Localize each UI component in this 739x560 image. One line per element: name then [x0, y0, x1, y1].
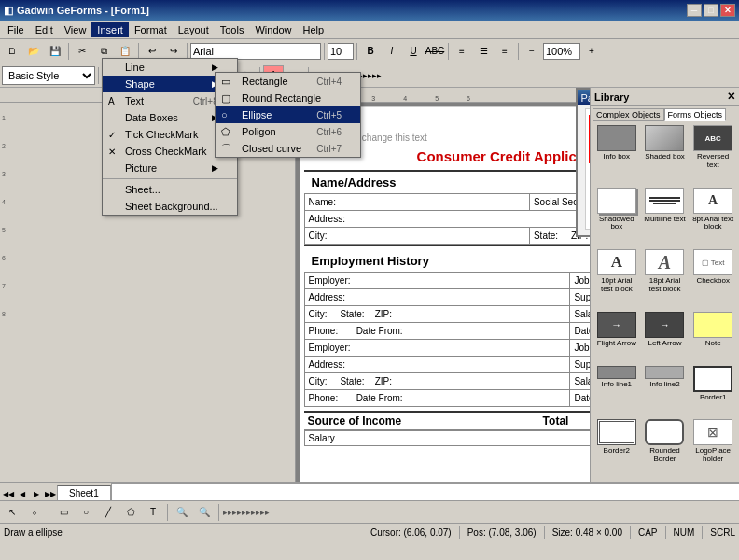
bt-circle[interactable]: ○ [76, 502, 96, 523]
lib-multiline-text-label: Multiline text [644, 216, 685, 224]
style-dropdown[interactable]: Basic Style [2, 66, 95, 85]
phone1: Phone: Date From: [304, 323, 570, 340]
new-btn[interactable]: 🗋 [2, 41, 22, 62]
insert-sheet[interactable]: Sheet... [103, 181, 237, 198]
bt-poly[interactable]: ⬠ [120, 502, 141, 523]
window-close-btn[interactable]: ✕ [720, 4, 735, 17]
sep3 [187, 43, 188, 60]
zoom-in-btn[interactable]: + [581, 41, 602, 62]
sheet-last-btn[interactable]: ▶▶ [44, 487, 57, 500]
menu-file[interactable]: File [2, 22, 30, 37]
lib-info-line1[interactable]: Info line1 [594, 366, 639, 416]
lib-flight-arrow[interactable]: → Flight Arrow [594, 312, 639, 362]
lib-border1-icon [693, 366, 732, 392]
tab-complex-objects[interactable]: Complex Objects [593, 108, 664, 121]
underline-btn[interactable]: U [403, 41, 424, 62]
ellipse-icon: ○ [221, 109, 228, 120]
align-right-btn[interactable]: ≡ [495, 41, 515, 62]
menu-view[interactable]: View [59, 22, 92, 37]
polygon-icon: ⬠ [221, 126, 230, 138]
menu-window[interactable]: Window [249, 22, 297, 37]
lib-info-box[interactable]: Info box [594, 125, 639, 184]
lib-rounded-border[interactable]: Rounded Border [643, 419, 688, 478]
income-row: Salary Loans [304, 430, 591, 446]
lib-10pt-arial[interactable]: A 10pt Arial test block [594, 249, 639, 308]
address-label: Address: [304, 211, 590, 228]
menu-tools[interactable]: Tools [215, 22, 250, 37]
shape-ellipse[interactable]: ○ Ellipse Ctrl+5 [216, 106, 360, 123]
pan-zoom-title-bar[interactable]: Pan & Zoom ✕ [578, 90, 591, 105]
bottom-toolbar: ↖ ⬦ ▭ ○ ╱ ⬠ T 🔍 🔍 ▸▸▸▸▸▸▸▸▸▸ [0, 500, 739, 523]
strikethrough-btn[interactable]: ABC [425, 41, 445, 62]
bt-select[interactable]: ↖ [2, 502, 22, 523]
insert-sheet-bg[interactable]: Sheet Background... [103, 198, 237, 215]
menu-insert[interactable]: Insert [91, 22, 129, 37]
lib-shadowed-box[interactable]: Shadowed box [594, 188, 639, 246]
pan-zoom-window[interactable]: Pan & Zoom ✕ [576, 88, 591, 237]
lib-border1[interactable]: Border1 [690, 366, 735, 416]
status-sep5 [702, 526, 703, 539]
title-bar: ◧ Gadwin GeForms - [Form1] ─ □ ✕ [0, 0, 739, 21]
cut-btn[interactable]: ✂ [72, 41, 92, 62]
insert-line-label: Line [125, 62, 145, 73]
open-btn[interactable]: 📂 [23, 41, 44, 62]
lib-logo-place[interactable]: ⊠ LogoPlace holder [690, 419, 735, 478]
lib-8pt-arial[interactable]: A 8pt Arial text block [690, 188, 735, 246]
lib-18pt-arial[interactable]: A 18pt Arial test block [643, 249, 688, 308]
shape-closed-curve[interactable]: ⌒ Closed curve Ctrl+7 [216, 140, 360, 157]
shape-round-rect[interactable]: ▢ Round Rectangle [216, 90, 360, 106]
pan-zoom-title-text: Pan & Zoom [581, 92, 591, 104]
insert-sheet-bg-label: Sheet Background... [125, 201, 218, 212]
lib-border2[interactable]: Border2 [594, 419, 639, 478]
font-input[interactable] [190, 43, 321, 60]
menu-help[interactable]: Help [298, 22, 330, 37]
bt-zoom[interactable]: 🔍 [172, 502, 192, 523]
ellipse-shortcut: Ctrl+5 [316, 110, 342, 120]
sep5 [356, 43, 357, 60]
align-left-btn[interactable]: ≡ [452, 41, 472, 62]
shape-polygon[interactable]: ⬠ Poligon Ctrl+6 [216, 123, 360, 140]
lib-checkbox[interactable]: ▢ Text Checkbox [690, 249, 735, 308]
insert-picture[interactable]: Picture ▶ [103, 160, 237, 176]
align-center-btn[interactable]: ☰ [473, 41, 494, 62]
bt-node[interactable]: ⬦ [24, 502, 45, 523]
library-pin[interactable]: ✕ [727, 91, 735, 103]
menu-format[interactable]: Format [129, 22, 173, 37]
bt-line[interactable]: ╱ [98, 502, 119, 523]
job-title2: Job Title: [570, 340, 590, 357]
lib-left-arrow[interactable]: → Left Arrow [643, 312, 688, 362]
save-btn[interactable]: 💾 [45, 41, 65, 62]
sheet-first-btn[interactable]: ◀◀ [2, 487, 15, 500]
window-minimize-btn[interactable]: ─ [687, 4, 702, 17]
sep8 [98, 67, 99, 84]
italic-btn[interactable]: I [382, 41, 402, 62]
rectangle-icon: ▭ [221, 76, 230, 88]
salary1: Salary: [570, 306, 590, 323]
shape-ellipse-label: Ellipse [242, 109, 272, 120]
lib-shaded-box-label: Shaded box [645, 153, 685, 161]
bt-rect[interactable]: ▭ [53, 502, 74, 523]
zoom-input[interactable] [543, 43, 580, 60]
lib-multiline-text[interactable]: Multiline text [643, 188, 688, 246]
lib-reversed-text[interactable]: ABC Reversed text [690, 125, 735, 184]
font-size-input[interactable] [328, 43, 354, 60]
sheet-next-btn[interactable]: ▶ [30, 487, 43, 500]
bold-btn[interactable]: B [360, 41, 381, 62]
tab-forms-objects[interactable]: Forms Objects [664, 108, 727, 121]
lib-reversed-text-icon: ABC [693, 125, 732, 151]
bt-zoom2[interactable]: 🔍 [194, 502, 215, 523]
zoom-out-btn[interactable]: − [522, 41, 542, 62]
sheet-tab-1[interactable]: Sheet1 [57, 485, 111, 500]
menu-layout[interactable]: Layout [173, 22, 215, 37]
phone2: Phone: Date From: [304, 390, 570, 407]
menu-edit[interactable]: Edit [30, 22, 59, 37]
lib-note[interactable]: Note [690, 312, 735, 362]
sep7 [518, 43, 519, 60]
lib-shaded-box[interactable]: Shaded box [643, 125, 688, 184]
title-text: Gadwin GeForms - [Form1] [17, 5, 149, 16]
window-maximize-btn[interactable]: □ [704, 4, 718, 17]
bt-text[interactable]: T [143, 502, 163, 523]
lib-info-line2[interactable]: Info line2 [643, 366, 688, 416]
sheet-prev-btn[interactable]: ◀ [16, 487, 29, 500]
shape-rectangle[interactable]: ▭ Rectangle Ctrl+4 [216, 73, 360, 90]
